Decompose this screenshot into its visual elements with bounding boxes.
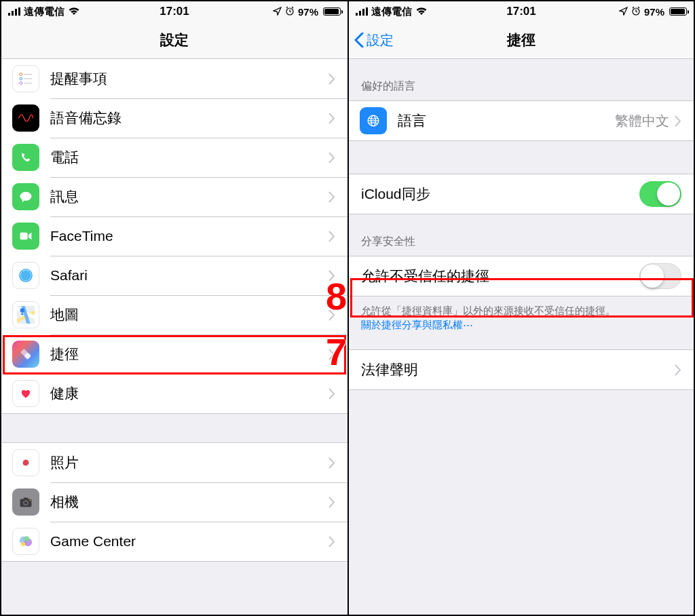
svg-point-7 <box>20 82 22 85</box>
phone-icon <box>12 144 39 171</box>
nav-bar: 設定 <box>1 22 348 59</box>
language-row[interactable]: 語言 繁體中文 <box>349 101 694 140</box>
svg-rect-29 <box>24 498 29 500</box>
settings-row-health[interactable]: 健康 <box>1 374 348 413</box>
row-label: FaceTime <box>50 228 328 244</box>
legal-row[interactable]: 法律聲明 <box>349 350 694 389</box>
photos-icon <box>12 449 39 476</box>
svg-rect-39 <box>362 9 364 16</box>
settings-list[interactable]: 提醒事項 語音備忘錄 電話 <box>1 59 348 615</box>
row-label: iCloud同步 <box>361 185 639 204</box>
reminders-icon <box>12 65 39 92</box>
svg-rect-0 <box>8 13 10 16</box>
row-label: Game Center <box>50 533 328 550</box>
row-label: 提醒事項 <box>50 69 328 88</box>
facetime-icon <box>12 223 39 250</box>
svg-rect-2 <box>15 9 17 16</box>
row-label: 捷徑 <box>50 345 328 364</box>
section-header-security: 分享安全性 <box>349 214 694 256</box>
chevron-right-icon <box>328 152 335 163</box>
battery-percent: 97% <box>644 6 664 18</box>
settings-row-messages[interactable]: 訊息 <box>1 177 348 216</box>
row-label: 健康 <box>50 384 328 403</box>
settings-row-facetime[interactable]: FaceTime <box>1 216 348 256</box>
signal-icon <box>356 6 368 18</box>
row-label: 相機 <box>50 493 328 512</box>
wifi-icon <box>68 6 80 18</box>
location-icon <box>619 6 628 18</box>
row-label: 地圖 <box>50 305 328 324</box>
allow-untrusted-toggle[interactable] <box>639 263 681 289</box>
svg-point-35 <box>24 536 29 541</box>
alarm-icon <box>631 6 641 18</box>
svg-point-6 <box>20 77 22 80</box>
settings-row-maps[interactable]: 地圖 <box>1 295 348 334</box>
page-title: 設定 <box>160 31 189 50</box>
icloud-sync-toggle[interactable] <box>639 181 681 207</box>
row-label: 語言 <box>398 111 615 130</box>
row-label: 語音備忘錄 <box>50 109 328 128</box>
allow-untrusted-row[interactable]: 允許不受信任的捷徑 <box>349 256 694 296</box>
chevron-right-icon <box>328 388 335 400</box>
gamecenter-icon <box>12 528 39 555</box>
chevron-right-icon <box>328 457 335 469</box>
untrusted-footer: 允許從「捷徑資料庫」以外的來源接收不受信任的捷徑。 關於捷徑分享與隱私權⋯ <box>349 296 694 337</box>
settings-screen: 遠傳電信 17:01 97% 設定 <box>1 1 348 615</box>
chevron-right-icon <box>328 191 335 203</box>
svg-rect-40 <box>366 7 368 16</box>
status-bar: 遠傳電信 17:01 97% <box>1 1 348 22</box>
svg-rect-38 <box>359 11 361 16</box>
row-value: 繁體中文 <box>615 112 669 130</box>
health-icon <box>12 380 39 407</box>
settings-row-reminders[interactable]: 提醒事項 <box>1 59 348 98</box>
chevron-right-icon <box>328 536 335 547</box>
chevron-right-icon <box>328 231 335 242</box>
carrier-label: 遠傳電信 <box>24 5 64 18</box>
messages-icon <box>12 183 39 210</box>
settings-row-voicememos[interactable]: 語音備忘錄 <box>1 98 348 138</box>
svg-rect-12 <box>20 233 28 239</box>
battery-percent: 97% <box>298 6 318 18</box>
status-time: 17:01 <box>506 5 536 18</box>
page-title: 捷徑 <box>507 31 536 50</box>
safari-icon <box>12 262 39 289</box>
svg-rect-1 <box>12 11 14 16</box>
row-label: Safari <box>50 267 328 284</box>
shortcuts-settings-screen: 遠傳電信 17:01 97% 設定 <box>348 1 694 615</box>
nav-bar: 設定 捷徑 <box>349 22 694 59</box>
battery-icon <box>322 7 341 16</box>
settings-row-shortcuts[interactable]: 捷徑 <box>1 334 348 374</box>
signal-icon <box>8 6 20 18</box>
svg-point-36 <box>21 542 25 547</box>
svg-rect-37 <box>356 13 358 16</box>
chevron-right-icon <box>675 115 681 127</box>
chevron-right-icon <box>328 73 335 85</box>
chevron-right-icon <box>328 349 335 360</box>
carrier-label: 遠傳電信 <box>371 5 412 18</box>
settings-row-photos[interactable]: 照片 <box>1 443 348 482</box>
row-label: 電話 <box>50 148 328 167</box>
about-privacy-link[interactable]: 關於捷徑分享與隱私權⋯ <box>361 319 473 330</box>
language-icon <box>360 107 387 134</box>
alarm-icon <box>285 6 295 18</box>
settings-row-gamecenter[interactable]: Game Center <box>1 522 348 561</box>
camera-icon <box>12 488 39 516</box>
svg-point-15 <box>20 270 31 281</box>
chevron-right-icon <box>328 270 335 282</box>
svg-point-17 <box>20 308 25 313</box>
section-header-language: 偏好的語言 <box>349 59 694 100</box>
location-icon <box>273 6 282 18</box>
row-label: 允許不受信任的捷徑 <box>361 267 639 286</box>
settings-row-camera[interactable]: 相機 <box>1 482 348 522</box>
row-label: 訊息 <box>50 187 328 206</box>
back-button[interactable]: 設定 <box>354 22 394 58</box>
svg-rect-3 <box>18 7 20 16</box>
settings-row-safari[interactable]: Safari <box>1 256 348 295</box>
svg-point-32 <box>30 500 31 501</box>
footer-text: 允許從「捷徑資料庫」以外的來源接收不受信任的捷徑。 <box>361 305 616 316</box>
icloud-sync-row[interactable]: iCloud同步 <box>349 174 694 214</box>
settings-row-phone[interactable]: 電話 <box>1 138 348 177</box>
maps-icon <box>12 301 39 328</box>
wifi-icon <box>415 6 428 18</box>
svg-point-31 <box>24 501 28 505</box>
